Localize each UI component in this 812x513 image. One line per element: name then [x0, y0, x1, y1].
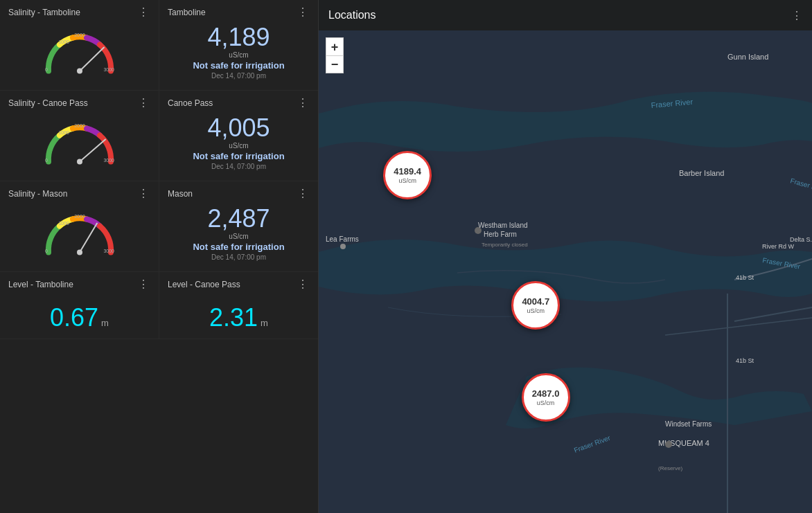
- map-panel: Locations ⋮: [319, 0, 812, 513]
- svg-text:41b St: 41b St: [736, 274, 754, 281]
- svg-text:3000: 3000: [103, 158, 114, 163]
- marker-canoe[interactable]: 4004.7 uS/cm: [511, 281, 560, 330]
- date-canoe: Dec 14, 07:00 pm: [168, 163, 310, 170]
- svg-text:3000: 3000: [103, 249, 114, 253]
- gauge-canoe: 1000 2000 3000 0: [8, 113, 150, 175]
- gauge-mason: 1000 2000 3000 0: [8, 204, 150, 266]
- level-title-canoe: Level - Canoe Pass: [168, 280, 240, 289]
- date-mason: Dec 14, 07:00 pm: [168, 253, 310, 261]
- svg-text:1000: 1000: [58, 221, 69, 226]
- value-cell-tamboline: Tamboline ⋮ 4,189 uS/cm Not safe for irr…: [159, 0, 318, 90]
- svg-text:1000: 1000: [58, 130, 69, 135]
- svg-text:1000: 1000: [58, 39, 69, 44]
- status-mason: Not safe for irrigation: [168, 242, 310, 252]
- map-background: Fraser River Fraser River Fraser River F…: [319, 30, 812, 513]
- widget-row-tamboline: Salinity - Tamboline ⋮ 1000: [0, 0, 318, 91]
- level-value-display-tamboline: 0.67 m: [8, 294, 150, 333]
- svg-text:Herb Farm: Herb Farm: [484, 231, 517, 238]
- gauge-title-canoe: Salinity - Canoe Pass: [8, 98, 88, 108]
- svg-text:Gunn Island: Gunn Island: [727, 53, 768, 61]
- marker-value-canoe: 4004.7: [522, 296, 549, 307]
- svg-line-16: [80, 224, 97, 253]
- svg-text:Westham Island: Westham Island: [478, 222, 528, 229]
- svg-line-4: [80, 48, 104, 71]
- value-title-tamboline: Tamboline: [168, 8, 206, 17]
- gauge-menu-canoe[interactable]: ⋮: [136, 98, 150, 109]
- level-title-tamboline: Level - Tamboline: [8, 280, 73, 289]
- gauge-title-mason: Salinity - Mason: [8, 189, 67, 199]
- value-cell-mason: Mason ⋮ 2,487 uS/cm Not safe for irrigat…: [159, 181, 318, 271]
- gauge-cell-mason: Salinity - Mason ⋮ 1000 2000 3000 0: [0, 181, 159, 271]
- unit-tamboline: uS/cm: [168, 51, 310, 59]
- map-menu-button[interactable]: ⋮: [791, 9, 802, 22]
- value-menu-tamboline[interactable]: ⋮: [296, 7, 310, 18]
- zoom-out-button[interactable]: −: [326, 55, 344, 73]
- value-menu-canoe[interactable]: ⋮: [296, 98, 310, 109]
- map-zoom-controls: + −: [326, 37, 344, 73]
- gauge-menu-tamboline[interactable]: ⋮: [136, 7, 150, 18]
- marker-mason[interactable]: 2487.0 uS/cm: [522, 373, 570, 422]
- svg-point-5: [77, 69, 82, 74]
- value-menu-mason[interactable]: ⋮: [296, 188, 310, 199]
- value-cell-canoe: Canoe Pass ⋮ 4,005 uS/cm Not safe for ir…: [159, 91, 318, 181]
- zoom-in-button[interactable]: +: [326, 37, 344, 55]
- svg-text:Temporarily closed: Temporarily closed: [482, 242, 528, 248]
- level-unit-canoe: m: [261, 318, 268, 328]
- svg-line-10: [80, 140, 105, 162]
- marker-unit-mason: uS/cm: [537, 399, 555, 406]
- gauge-title-tamboline: Salinity - Tamboline: [8, 8, 80, 17]
- status-canoe: Not safe for irrigation: [168, 151, 310, 161]
- svg-text:Windset Farms: Windset Farms: [665, 420, 712, 428]
- svg-text:0: 0: [45, 249, 48, 253]
- svg-point-34: [340, 244, 346, 249]
- svg-point-17: [77, 250, 82, 255]
- map-title: Locations: [328, 9, 376, 21]
- svg-point-38: [475, 227, 482, 234]
- marker-tamboline[interactable]: 4189.4 uS/cm: [383, 151, 432, 199]
- gauge-cell-tamboline: Salinity - Tamboline ⋮ 1000: [0, 0, 159, 90]
- value-display-mason: 2,487 uS/cm Not safe for irrigation Dec …: [168, 204, 310, 264]
- big-value-mason: 2,487: [168, 206, 310, 231]
- gauge-tamboline: 1000 2000 3000 0: [8, 22, 150, 84]
- value-display-tamboline: 4,189 uS/cm Not safe for irrigation Dec …: [168, 22, 310, 82]
- widget-row-canoe: Salinity - Canoe Pass ⋮ 1000 2000 3000 0: [0, 91, 318, 181]
- big-value-canoe: 4,005: [168, 116, 310, 141]
- marker-value-tamboline: 4189.4: [394, 166, 421, 177]
- unit-canoe: uS/cm: [168, 142, 310, 150]
- value-title-canoe: Canoe Pass: [168, 98, 213, 108]
- svg-text:2000: 2000: [74, 214, 85, 219]
- marker-unit-canoe: uS/cm: [527, 307, 545, 314]
- svg-text:41b St: 41b St: [736, 357, 754, 364]
- map-header: Locations ⋮: [319, 0, 812, 30]
- svg-text:2000: 2000: [74, 33, 85, 37]
- left-panel: Salinity - Tamboline ⋮ 1000: [0, 0, 319, 513]
- svg-point-39: [665, 441, 672, 448]
- level-value-canoe: 2.31: [209, 305, 258, 330]
- big-value-tamboline: 4,189: [168, 25, 310, 50]
- svg-text:0: 0: [45, 67, 48, 72]
- svg-text:3000: 3000: [103, 67, 114, 72]
- date-tamboline: Dec 14, 07:00 pm: [168, 72, 310, 80]
- level-menu-canoe[interactable]: ⋮: [296, 279, 310, 290]
- svg-text:Delta S...: Delta S...: [790, 236, 812, 243]
- map-svg: Fraser River Fraser River Fraser River F…: [319, 30, 812, 513]
- svg-text:River Rd W: River Rd W: [762, 243, 795, 250]
- level-cell-canoe: Level - Canoe Pass ⋮ 2.31 m: [159, 272, 318, 339]
- widget-row-mason: Salinity - Mason ⋮ 1000 2000 3000 0: [0, 181, 318, 272]
- value-title-mason: Mason: [168, 189, 193, 199]
- svg-text:0: 0: [45, 158, 48, 163]
- value-display-canoe: 4,005 uS/cm Not safe for irrigation Dec …: [168, 113, 310, 173]
- svg-text:Barber Island: Barber Island: [679, 169, 724, 177]
- svg-point-11: [77, 159, 82, 165]
- level-value-tamboline: 0.67: [50, 305, 98, 330]
- gauge-cell-canoe: Salinity - Canoe Pass ⋮ 1000 2000 3000 0: [0, 91, 159, 181]
- level-menu-tamboline[interactable]: ⋮: [136, 279, 150, 290]
- marker-value-mason: 2487.0: [532, 388, 560, 399]
- level-unit-tamboline: m: [101, 318, 109, 328]
- level-value-display-canoe: 2.31 m: [168, 294, 310, 333]
- gauge-menu-mason[interactable]: ⋮: [136, 188, 150, 199]
- svg-text:2000: 2000: [74, 123, 85, 128]
- svg-text:Lea Farms: Lea Farms: [326, 235, 359, 243]
- svg-text:(Reserve): (Reserve): [658, 465, 682, 471]
- level-cell-tamboline: Level - Tamboline ⋮ 0.67 m: [0, 272, 159, 339]
